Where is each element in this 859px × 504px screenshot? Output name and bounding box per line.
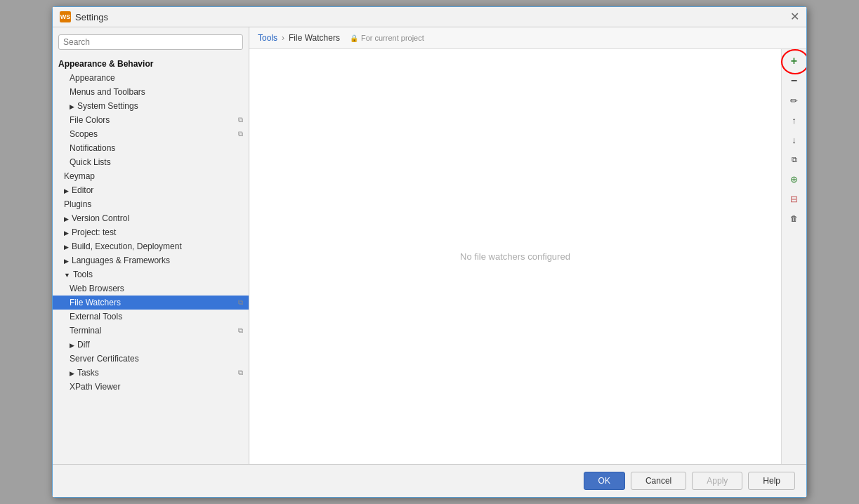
sidebar-item-editor[interactable]: ▶Editor (53, 183, 249, 197)
chevron-icon: ▶ (64, 244, 69, 251)
chevron-icon: ▶ (64, 258, 69, 265)
edit-watcher-button[interactable]: ✏ (785, 91, 804, 110)
watchers-empty-message: No file watchers configured (249, 49, 781, 464)
move-down-button[interactable]: ↓ (785, 131, 804, 149)
sidebar-item-external-tools[interactable]: External Tools (53, 310, 249, 324)
title-bar: WS Settings ✕ (53, 7, 806, 27)
copy-icon: ⧉ (238, 369, 243, 377)
dialog-title: Settings (75, 12, 108, 22)
move-up-button[interactable]: ↑ (785, 111, 804, 129)
chevron-icon: ▶ (64, 187, 69, 194)
search-input[interactable] (58, 34, 243, 50)
title-bar-left: WS Settings (60, 11, 108, 22)
sidebar-item-appearance-behavior: Appearance & Behavior (53, 57, 249, 71)
sidebar-item-build-execution[interactable]: ▶Build, Execution, Deployment (53, 239, 249, 253)
sidebar-item-server-certificates[interactable]: Server Certificates (53, 352, 249, 366)
copy-icon: ⧉ (238, 130, 243, 138)
right-panel: Tools › File Watchers 🔒 For current proj… (249, 27, 806, 464)
sidebar-item-menus-toolbars[interactable]: Menus and Toolbars (53, 85, 249, 99)
chevron-icon: ▶ (64, 215, 69, 223)
sidebar-item-languages-frameworks[interactable]: ▶Languages & Frameworks (53, 253, 249, 267)
import-button[interactable]: ⊕ (785, 170, 804, 188)
sidebar-item-scopes[interactable]: Scopes ⧉ (53, 127, 249, 141)
sidebar-item-file-colors[interactable]: File Colors ⧉ (53, 113, 249, 127)
apply-button[interactable]: Apply (692, 472, 742, 490)
sidebar-item-file-watchers[interactable]: File Watchers ⧉ (53, 296, 249, 310)
chevron-icon: ▶ (70, 370, 74, 377)
sidebar-item-version-control[interactable]: ▶Version Control (53, 211, 249, 225)
footer: OK Cancel Apply Help (53, 464, 806, 497)
sidebar-item-xpath-viewer[interactable]: XPath Viewer (53, 380, 249, 394)
sidebar-item-keymap[interactable]: Keymap (53, 169, 249, 183)
main-content: Appearance & Behavior Appearance Menus a… (53, 27, 806, 464)
app-icon: WS (60, 11, 71, 22)
sidebar: Appearance & Behavior Appearance Menus a… (53, 27, 249, 464)
breadcrumb-link[interactable]: Tools (258, 33, 277, 43)
chevron-down-icon: ▼ (64, 272, 70, 279)
project-icon: 🔒 (350, 34, 358, 42)
chevron-icon: ▶ (70, 342, 74, 349)
copy-icon: ⧉ (238, 298, 243, 307)
copy-watcher-button[interactable]: ⧉ (785, 150, 804, 168)
content-area: No file watchers configured + − ✏ (249, 49, 806, 464)
sidebar-item-quick-lists[interactable]: Quick Lists (53, 155, 249, 169)
settings-dialog: WS Settings ✕ Appearance & Behavior Appe… (52, 6, 807, 498)
sidebar-item-plugins[interactable]: Plugins (53, 197, 249, 211)
sidebar-item-notifications[interactable]: Notifications (53, 141, 249, 155)
copy-icon: ⧉ (238, 326, 243, 335)
for-project-label: 🔒 For current project (350, 34, 424, 42)
chevron-icon: ▶ (70, 103, 74, 110)
sidebar-item-tasks[interactable]: ▶Tasks ⧉ (53, 366, 249, 380)
export-button[interactable]: ⊟ (785, 190, 804, 208)
sidebar-item-system-settings[interactable]: ▶System Settings (53, 99, 249, 113)
help-button[interactable]: Help (748, 472, 795, 490)
breadcrumb-separator: › (282, 33, 284, 43)
remove-watcher-button[interactable]: − (785, 72, 804, 90)
search-box (53, 32, 249, 53)
delete-button[interactable]: 🗑 (785, 209, 804, 227)
sidebar-item-appearance[interactable]: Appearance (53, 71, 249, 85)
sidebar-item-project-test[interactable]: ▶Project: test (53, 225, 249, 239)
add-watcher-button[interactable]: + (785, 52, 804, 70)
breadcrumb-current: File Watchers (289, 33, 340, 43)
ok-button[interactable]: OK (584, 472, 625, 490)
cancel-button[interactable]: Cancel (631, 472, 686, 490)
sidebar-item-web-browsers[interactable]: Web Browsers (53, 281, 249, 296)
breadcrumb-bar: Tools › File Watchers 🔒 For current proj… (249, 27, 806, 49)
sidebar-item-tools[interactable]: ▼Tools (53, 267, 249, 281)
sidebar-item-terminal[interactable]: Terminal ⧉ (53, 324, 249, 338)
chevron-icon: ▶ (64, 230, 69, 237)
toolbar-right: + − ✏ ↑ ↓ ⧉ (781, 49, 806, 464)
close-button[interactable]: ✕ (790, 11, 799, 22)
sidebar-item-diff[interactable]: ▶Diff (53, 338, 249, 352)
copy-icon: ⧉ (238, 116, 243, 124)
